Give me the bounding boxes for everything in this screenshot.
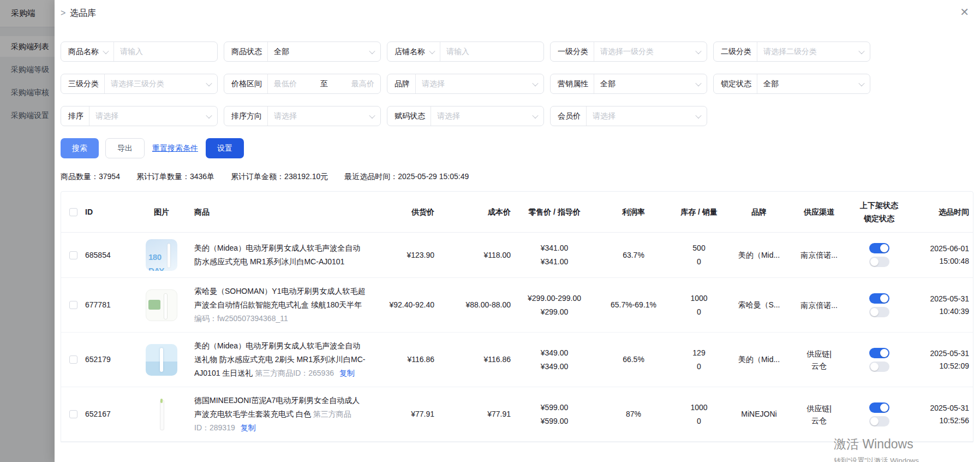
category-l2-select[interactable]: 请选择二级分类 — [757, 47, 870, 57]
filter-shop-name: 店铺名称 请输入 — [387, 42, 544, 62]
close-icon[interactable]: ✕ — [960, 7, 969, 17]
table-row: 652179 美的（Midea）电动牙刷男女成人软毛声波全自动送礼物 防水感应式… — [61, 333, 973, 387]
filter-category-l2: 二级分类 请选择二级分类 — [713, 42, 870, 62]
cost-price: ¥116.86 — [434, 353, 511, 366]
select-all-checkbox[interactable] — [69, 208, 77, 216]
product-thumbnail — [146, 344, 177, 376]
chevron-down-icon — [206, 80, 212, 86]
selection-time: 2025-05-3110:40:39 — [909, 293, 969, 318]
filter-member-price: 会员价 请选择 — [550, 106, 707, 126]
row-checkbox[interactable] — [69, 301, 77, 309]
code-status-select[interactable]: 请选择 — [431, 111, 543, 121]
col-header-retail-price: 零售价 / 指导价 — [511, 206, 598, 218]
retail-guide-price: ¥599.00¥599.00 — [511, 401, 598, 428]
category-l3-select[interactable]: 请选择三级分类 — [105, 79, 217, 89]
brand: 索哈曼（S... — [729, 298, 789, 312]
product-name-field-select[interactable]: 商品名称 — [61, 47, 113, 57]
brand: MiNEJONi — [729, 407, 789, 421]
stock-sales: 10000 — [669, 292, 729, 319]
selection-time: 2025-06-0115:00:48 — [909, 242, 969, 268]
locked-toggle[interactable] — [869, 307, 889, 317]
product-thumbnail — [146, 399, 177, 430]
settings-button[interactable]: 设置 — [206, 138, 244, 158]
row-checkbox[interactable] — [69, 356, 77, 364]
max-price-input[interactable]: 最高价 — [351, 79, 374, 89]
filter-sort-direction: 排序方向 请选择 — [224, 106, 381, 126]
filter-code-status: 赋码状态 请选择 — [387, 106, 544, 126]
member-price-select[interactable]: 请选择 — [587, 111, 707, 121]
filter-sort: 排序 请选择 — [61, 106, 218, 126]
table-row: 677781 索哈曼（SOHOMAN）Y1电动牙刷男女成人软毛超声波全自动情侣款… — [61, 278, 973, 333]
search-button[interactable]: 搜索 — [61, 138, 99, 158]
selection-time: 2025-05-3110:52:56 — [909, 402, 969, 427]
export-button[interactable]: 导出 — [105, 138, 145, 158]
col-header-id: ID — [85, 206, 129, 218]
stat-order-amount: 累计订单金额：238192.10元 — [231, 172, 328, 182]
row-checkbox[interactable] — [69, 410, 77, 418]
copy-link[interactable]: 复制 — [339, 369, 355, 377]
product-id: 685854 — [85, 248, 129, 262]
marketing-attr-select[interactable]: 全部 — [594, 79, 707, 89]
supply-channel: 供应链|云仓 — [789, 348, 849, 372]
chevron-down-icon — [532, 112, 538, 118]
lock-status-select[interactable]: 全部 — [757, 79, 870, 89]
chevron-down-icon — [369, 48, 375, 54]
col-header-cost-price: 成本价 — [434, 206, 511, 218]
brand-select[interactable]: 请选择 — [416, 79, 543, 89]
product-id: 677781 — [85, 298, 129, 312]
price-range-to-label: 至 — [317, 79, 331, 89]
listed-toggle[interactable] — [869, 243, 889, 253]
col-header-supply-channel: 供应渠道 — [789, 206, 849, 218]
stock-sales: 10000 — [669, 401, 729, 428]
locked-toggle[interactable] — [869, 362, 889, 372]
stat-product-count: 商品数量：37954 — [61, 172, 120, 182]
locked-toggle[interactable] — [869, 416, 889, 427]
col-header-product: 商品 — [194, 206, 374, 218]
col-header-profit-rate: 利润率 — [598, 206, 669, 218]
product-id: 652167 — [85, 407, 129, 421]
listed-toggle[interactable] — [869, 402, 889, 413]
chevron-down-icon — [695, 80, 701, 86]
chevron-down-icon — [369, 112, 375, 118]
cost-price: ¥88.00-88.00 — [434, 298, 511, 312]
copy-link[interactable]: 复制 — [241, 423, 256, 432]
chevron-down-icon — [858, 80, 864, 86]
page-title: 选品库 — [70, 8, 96, 17]
sort-direction-select[interactable]: 请选择 — [268, 111, 380, 121]
stat-last-selection-time: 最近选品时间：2025-05-29 15:05:49 — [344, 172, 469, 182]
brand: 美的（Mid... — [729, 353, 789, 366]
product-id: 652179 — [85, 353, 129, 366]
table-row: 685854 180 DAY 美的（Midea）电动牙刷男女成人软毛声波全自动 … — [61, 233, 973, 278]
shop-name-field-select[interactable]: 店铺名称 — [387, 47, 440, 57]
row-checkbox[interactable] — [69, 251, 77, 259]
chevron-down-icon — [429, 48, 435, 54]
supply-price: ¥92.40-92.40 — [374, 298, 434, 312]
product-sub-info: 编码：fw250507394368_11 — [194, 314, 288, 323]
table-row: 652167 德国MINEEJONI茁泥A7电动牙刷男女全自动成人声波充电软毛学… — [61, 387, 973, 442]
listed-toggle[interactable] — [869, 348, 889, 358]
chevron-down-icon — [695, 112, 701, 118]
drawer-mask[interactable] — [0, 0, 55, 462]
product-status-select[interactable]: 全部 — [268, 47, 380, 57]
listed-toggle[interactable] — [869, 293, 889, 304]
product-thumbnail: 180 DAY — [146, 239, 177, 271]
supply-price: ¥116.86 — [374, 353, 434, 366]
chevron-down-icon — [532, 80, 538, 86]
stat-order-count: 累计订单数量：3436单 — [136, 172, 214, 182]
brand: 美的（Mid... — [729, 248, 789, 262]
min-price-input[interactable]: 最低价 — [274, 79, 297, 89]
category-l1-select[interactable]: 请选择一级分类 — [594, 47, 707, 57]
supply-price: ¥77.91 — [374, 407, 434, 421]
col-header-selection-time: 选品时间 — [909, 206, 969, 218]
reset-search-link[interactable]: 重置搜索条件 — [151, 144, 199, 153]
locked-toggle[interactable] — [869, 257, 889, 267]
selection-time: 2025-05-3110:52:09 — [909, 347, 969, 372]
supply-channel: 供应链|云仓 — [789, 402, 849, 427]
profit-rate: 63.7% — [598, 248, 669, 262]
product-library-drawer: >选品库 ✕ 商品名称 请输入 商品状态 全部 店铺名称 请输入 一级分类 — [55, 0, 980, 462]
sort-select[interactable]: 请选择 — [89, 111, 217, 121]
cost-price: ¥77.91 — [434, 407, 511, 421]
chevron-down-icon — [206, 112, 212, 118]
shop-name-input[interactable]: 请输入 — [440, 47, 543, 57]
product-name-input[interactable]: 请输入 — [114, 47, 217, 57]
